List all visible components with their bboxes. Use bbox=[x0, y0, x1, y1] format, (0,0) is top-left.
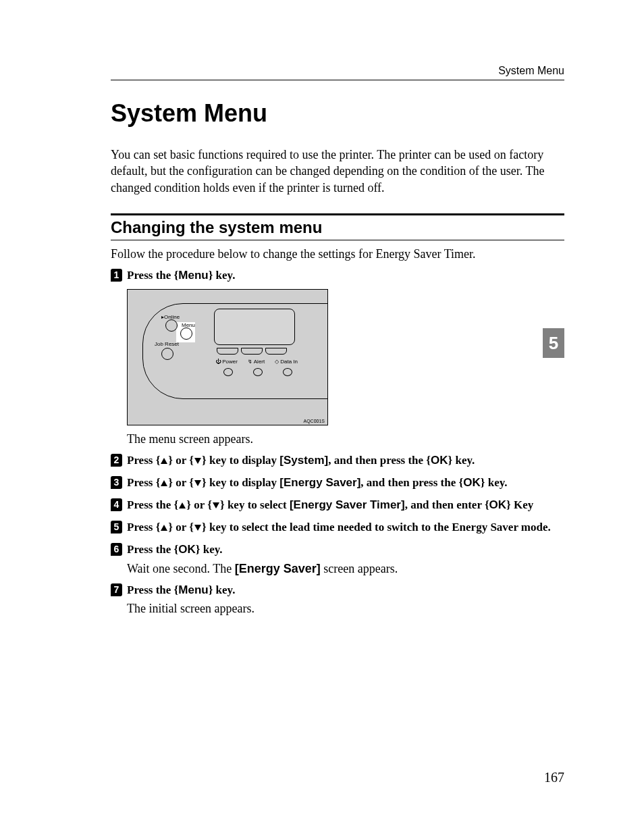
step-3-pre: Press bbox=[127, 476, 156, 489]
step-5: 5 Press {} or {} key to select the lead … bbox=[111, 520, 564, 536]
step-3-key: OK bbox=[463, 476, 481, 489]
up-arrow-icon bbox=[161, 525, 167, 531]
note6-pre: Wait one second. The bbox=[127, 562, 235, 575]
lbracket: { bbox=[156, 454, 161, 467]
up-arrow-icon bbox=[179, 502, 186, 509]
page: System Menu System Menu You can set basi… bbox=[0, 0, 644, 834]
lbracket: { bbox=[156, 521, 161, 533]
panel-illustration: ▸Online Menu Job Reset ⏻ Power ↯ Alert ◇… bbox=[127, 289, 328, 425]
power-label: ⏻ Power bbox=[215, 359, 238, 365]
lcd-bottom-buttons bbox=[215, 345, 294, 353]
step-1-text-pre: Press the bbox=[127, 269, 174, 282]
panel-frame: ▸Online Menu Job Reset ⏻ Power ↯ Alert ◇… bbox=[127, 289, 328, 425]
step-2-label: [System] bbox=[279, 454, 328, 467]
jobreset-label: Job Reset bbox=[155, 341, 179, 347]
lbracket: { bbox=[189, 476, 194, 489]
data-label: ◇ Data In bbox=[275, 359, 298, 365]
step-2-mid2: key to display bbox=[207, 454, 280, 467]
jobreset-button-icon bbox=[161, 348, 173, 360]
alert-label: ↯ Alert bbox=[248, 359, 265, 365]
step-4: 4 Press the {} or {} key to select [Ener… bbox=[111, 498, 564, 513]
step-badge-2: 2 bbox=[111, 454, 122, 467]
step-4-tail: , and then enter bbox=[405, 498, 485, 511]
lbracket: { bbox=[207, 498, 212, 511]
step-5-pre: Press bbox=[127, 521, 156, 533]
step-4-post: Key bbox=[511, 498, 534, 511]
rbracket: } bbox=[202, 476, 207, 489]
step-2-key: OK bbox=[431, 454, 448, 467]
note-after-7: The initial screen appears. bbox=[127, 602, 564, 616]
step-4-key: OK bbox=[489, 498, 507, 511]
lbracket: { bbox=[189, 454, 194, 467]
lbracket: { bbox=[189, 521, 194, 533]
step-4-label: [Energy Saver Timer] bbox=[290, 498, 405, 511]
note-after-6: Wait one second. The [Energy Saver] scre… bbox=[127, 562, 564, 576]
step-2-tail: , and then press the bbox=[328, 454, 426, 467]
online-button-icon bbox=[165, 319, 178, 332]
step-3-mid2: key to display bbox=[207, 476, 280, 489]
online-label: ▸Online bbox=[161, 314, 180, 320]
step-6: 6 Press the {OK} key. bbox=[111, 542, 564, 558]
lbracket: { bbox=[156, 476, 161, 489]
note6-post: screen appears. bbox=[321, 562, 398, 575]
lcd-screen-icon bbox=[214, 309, 295, 345]
step-badge-6: 6 bbox=[111, 543, 122, 556]
step-2-mid: or bbox=[173, 454, 189, 467]
page-title: System Menu bbox=[111, 99, 564, 128]
step-badge-5: 5 bbox=[111, 521, 122, 533]
panel-code: AQC001S bbox=[303, 419, 325, 423]
section-heading: Changing the system menu bbox=[111, 218, 564, 237]
chapter-tab: 5 bbox=[543, 328, 564, 358]
led-power-icon bbox=[223, 368, 233, 376]
down-arrow-icon bbox=[194, 458, 201, 464]
menu-button-icon bbox=[180, 328, 192, 340]
step-3-mid: or bbox=[173, 476, 189, 489]
step-7-pre: Press the bbox=[127, 583, 174, 596]
lbracket: { bbox=[174, 498, 179, 511]
step-1-text-post: key. bbox=[213, 269, 235, 282]
menu-label: Menu bbox=[182, 322, 195, 328]
note6-label: [Energy Saver] bbox=[235, 562, 321, 575]
intro-paragraph: You can set basic functions required to … bbox=[111, 147, 564, 196]
step-6-pre: Press the bbox=[127, 543, 174, 556]
rbracket: } bbox=[202, 521, 207, 533]
step-4-mid2: key to select bbox=[225, 498, 290, 511]
page-number: 167 bbox=[544, 770, 564, 785]
step-5-mid: or bbox=[173, 521, 189, 533]
rule-thin bbox=[111, 240, 564, 240]
step-7-post: key. bbox=[213, 583, 235, 596]
led-alert-icon bbox=[253, 368, 263, 376]
rbracket: } bbox=[202, 454, 207, 467]
step-2-post: key. bbox=[452, 454, 475, 467]
down-arrow-icon bbox=[194, 525, 201, 531]
note-after-1: The menu screen appears. bbox=[127, 432, 564, 446]
step-3-label: [Energy Saver] bbox=[279, 476, 360, 489]
rbracket: } bbox=[220, 498, 225, 511]
lbracket: { bbox=[485, 498, 489, 511]
step-badge-7: 7 bbox=[111, 583, 122, 596]
step-1-key: Menu bbox=[178, 269, 208, 282]
down-arrow-icon bbox=[194, 480, 201, 486]
running-head: System Menu bbox=[111, 65, 564, 80]
step-2: 2 Press {} or {} key to display [System]… bbox=[111, 453, 564, 469]
rbracket: } bbox=[506, 498, 511, 511]
step-1: 1 Press the {Menu} key. bbox=[111, 268, 564, 284]
step-3-tail: , and then press the bbox=[360, 476, 458, 489]
step-7-key: Menu bbox=[178, 583, 208, 596]
step-6-key: OK bbox=[178, 543, 196, 556]
up-arrow-icon bbox=[161, 480, 167, 486]
down-arrow-icon bbox=[213, 502, 219, 509]
step-3: 3 Press {} or {} key to display [Energy … bbox=[111, 475, 564, 491]
step-6-post: key. bbox=[200, 543, 222, 556]
step-2-pre: Press bbox=[127, 454, 156, 467]
rule-thick bbox=[111, 213, 564, 215]
step-badge-1: 1 bbox=[111, 269, 122, 282]
up-arrow-icon bbox=[161, 458, 167, 464]
step-badge-4: 4 bbox=[111, 498, 122, 511]
step-4-pre: Press the bbox=[127, 498, 174, 511]
lcd-top-buttons bbox=[221, 305, 287, 309]
step-4-mid: or bbox=[191, 498, 207, 511]
section-intro: Follow the procedure below to change the… bbox=[111, 247, 564, 261]
step-7: 7 Press the {Menu} key. bbox=[111, 583, 564, 598]
step-5-mid2: key to select the lead time needed to sw… bbox=[207, 521, 551, 533]
